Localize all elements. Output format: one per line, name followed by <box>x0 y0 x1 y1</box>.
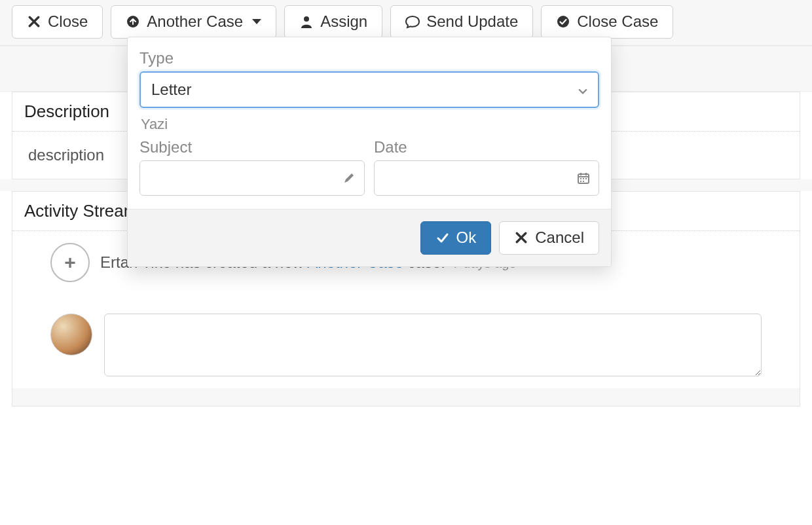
pencil-icon <box>342 172 356 185</box>
close-label: Close <box>48 12 88 31</box>
date-input[interactable] <box>374 160 599 196</box>
svg-point-2 <box>557 16 569 27</box>
check-icon <box>435 230 450 245</box>
cancel-label: Cancel <box>535 228 584 247</box>
subject-label: Subject <box>139 138 365 156</box>
another-case-button[interactable]: Another Case <box>111 5 276 39</box>
upload-circle-icon <box>126 14 140 29</box>
another-case-popover: Type Letter Yazi Subject Date <box>127 37 612 267</box>
send-update-button[interactable]: Send Update <box>390 5 533 39</box>
chevron-down-icon <box>252 19 261 24</box>
type-label: Type <box>139 49 599 67</box>
svg-rect-9 <box>585 178 587 179</box>
another-case-label: Another Case <box>147 12 243 31</box>
chevron-down-icon <box>578 81 587 99</box>
send-update-label: Send Update <box>426 12 518 31</box>
bottom-spacer <box>12 388 800 407</box>
chat-icon <box>405 14 420 29</box>
close-button[interactable]: Close <box>12 5 103 39</box>
date-label: Date <box>374 138 599 156</box>
check-circle-icon <box>556 14 570 29</box>
x-icon <box>514 230 528 245</box>
type-helper: Yazi <box>141 116 598 133</box>
ok-button[interactable]: Ok <box>420 221 492 255</box>
user-icon <box>299 14 314 29</box>
calendar-icon <box>577 172 590 185</box>
assign-label: Assign <box>320 12 367 31</box>
assign-button[interactable]: Assign <box>284 5 382 39</box>
type-value: Letter <box>151 81 191 99</box>
svg-point-1 <box>304 16 309 22</box>
compose-row <box>12 287 800 388</box>
compose-input[interactable] <box>104 314 762 376</box>
plus-icon: + <box>50 243 90 282</box>
svg-rect-10 <box>580 181 581 182</box>
ok-label: Ok <box>456 228 477 247</box>
svg-rect-7 <box>580 178 581 179</box>
close-case-label: Close Case <box>577 12 658 31</box>
svg-rect-8 <box>583 178 584 179</box>
type-select[interactable]: Letter <box>139 71 599 108</box>
x-icon <box>27 14 41 29</box>
cancel-button[interactable]: Cancel <box>499 221 599 255</box>
svg-rect-11 <box>583 181 584 182</box>
subject-input[interactable] <box>139 160 365 196</box>
avatar <box>50 314 92 355</box>
close-case-button[interactable]: Close Case <box>541 5 673 39</box>
